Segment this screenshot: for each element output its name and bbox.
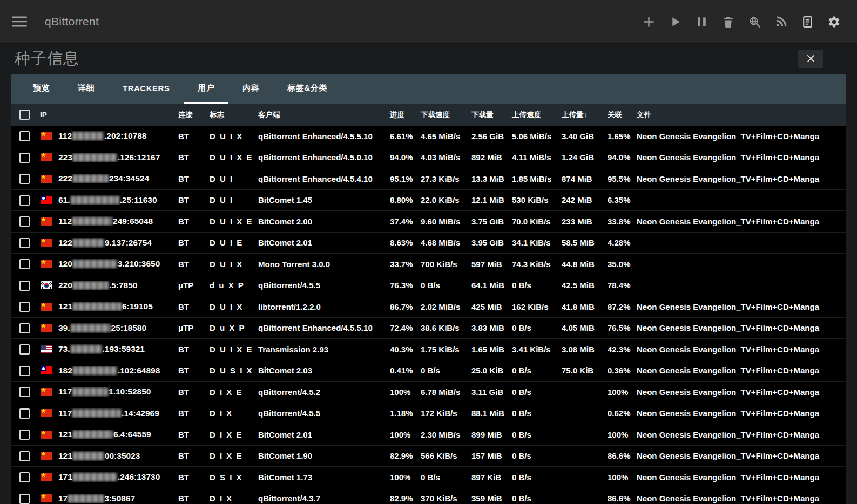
- column-header-connection[interactable]: 连接: [175, 110, 206, 120]
- row-checkbox[interactable]: [19, 153, 30, 163]
- delete-icon[interactable]: [721, 15, 735, 29]
- resume-icon[interactable]: [669, 15, 682, 29]
- row-checkbox[interactable]: [19, 472, 30, 482]
- client: BitComet 2.01: [255, 430, 387, 439]
- peer-flags: D S I X: [206, 473, 255, 482]
- client: BitComet 1.90: [255, 451, 387, 460]
- column-header-client[interactable]: 客户端: [255, 110, 387, 120]
- settings-icon[interactable]: [827, 15, 841, 29]
- checkbox-cell: [11, 195, 37, 206]
- row-checkbox[interactable]: [19, 195, 30, 206]
- log-icon[interactable]: [801, 15, 814, 29]
- column-header-progress[interactable]: 进度: [387, 110, 417, 120]
- row-checkbox[interactable]: [19, 344, 30, 355]
- tab-content[interactable]: 内容: [228, 74, 273, 104]
- progress: 95.1%: [387, 174, 417, 183]
- tab-preview[interactable]: 预览: [19, 74, 64, 104]
- progress: 94.0%: [387, 153, 417, 162]
- progress: 82.9%: [387, 494, 417, 503]
- tab-details[interactable]: 详细: [64, 74, 109, 104]
- country-flag-icon: [41, 366, 52, 374]
- up-speed: 70.0 KiB/s: [509, 217, 558, 226]
- row-checkbox[interactable]: [19, 430, 30, 440]
- close-button[interactable]: [798, 50, 823, 68]
- row-checkbox[interactable]: [19, 302, 30, 312]
- row-checkbox[interactable]: [19, 131, 30, 141]
- peer-flags: D I X E: [206, 430, 255, 439]
- downloaded: 892 MiB: [468, 153, 509, 162]
- row-checkbox[interactable]: [19, 174, 30, 184]
- column-header-flags[interactable]: 标志: [206, 110, 255, 120]
- column-header-ip[interactable]: IP: [37, 111, 175, 119]
- files: Neon Genesis Evangelion_TV+Film+CD+Manga: [633, 153, 846, 162]
- row-checkbox[interactable]: [19, 259, 30, 269]
- column-header-dl-speed[interactable]: 下载速度: [417, 110, 468, 120]
- country-flag-icon: ★: [41, 132, 52, 140]
- row-checkbox[interactable]: [19, 281, 30, 291]
- peer-row[interactable]: ★1171.10:52850BTD I X EqBittorrent/4.5.2…: [11, 382, 846, 403]
- peer-row[interactable]: ★222234:34524BTD U IqBittorrent Enhanced…: [11, 168, 846, 190]
- client: BitComet 2.03: [255, 366, 387, 375]
- relevance: 100%: [604, 430, 633, 439]
- column-header-uploaded[interactable]: 上传量↓: [558, 110, 604, 120]
- row-checkbox[interactable]: [19, 238, 30, 248]
- tab-peers[interactable]: 用户: [184, 74, 228, 104]
- peer-row[interactable]: ★117.14:42969BTD I XqBittorrent/4.5.51.1…: [11, 403, 846, 425]
- peer-row[interactable]: ★1216.4:64559BTD I X EBitComet 2.01100%2…: [11, 424, 846, 446]
- peer-row[interactable]: ★1216:19105BTD U I Xlibtorrent/1.2.2.086…: [11, 296, 846, 318]
- redacted-ip-segment: [73, 366, 117, 375]
- country-flag-icon: ★: [41, 324, 52, 332]
- files: Neon Genesis Evangelion_TV+Film+CD+Manga: [633, 430, 846, 439]
- row-checkbox[interactable]: [19, 387, 30, 397]
- client: qBittorrent/4.5.2: [255, 387, 387, 397]
- tab-trackers[interactable]: TRACKERS: [109, 74, 184, 104]
- peer-ip-cell: ★39.25:18580: [37, 323, 175, 333]
- peer-ip: 12100:35023: [58, 451, 140, 461]
- checkbox-cell: [11, 344, 37, 355]
- row-checkbox[interactable]: [19, 323, 30, 333]
- peer-row[interactable]: 61..25:11630BTD U IBitComet 1.458.80%22.…: [11, 190, 846, 212]
- peer-row[interactable]: 182.102:64898BTD U S I X EBitComet 2.030…: [11, 360, 846, 382]
- search-icon[interactable]: [748, 15, 761, 29]
- peer-row[interactable]: ★112.202:10788BTD U I XqBittorrent Enhan…: [11, 126, 846, 147]
- column-header-up-speed[interactable]: 上传速度: [509, 110, 558, 120]
- peer-row[interactable]: ★112249:65048BTD U I X EBitComet 2.0037.…: [11, 211, 846, 233]
- peer-row[interactable]: ★173:50867BTD I XqBittorrent/4.3.782.9%3…: [11, 488, 846, 504]
- client: qBittorrent Enhanced/4.5.4.10: [255, 174, 387, 183]
- peer-row[interactable]: ★223.126:12167BTD U I X EqBittorrent Enh…: [11, 147, 846, 169]
- pause-icon[interactable]: [695, 15, 708, 29]
- peer-row[interactable]: ★1229.137:26754BTD U I EBitComet 2.018.6…: [11, 233, 846, 254]
- progress: 100%: [387, 473, 417, 482]
- column-header-relevance[interactable]: 关联: [604, 110, 633, 120]
- row-checkbox[interactable]: [19, 408, 30, 419]
- peer-row[interactable]: 220.5:7850μTPd u X PqBittorrent/4.5.576.…: [11, 275, 846, 297]
- rss-icon[interactable]: [774, 15, 788, 29]
- column-header-files[interactable]: 文件: [633, 110, 846, 120]
- app-title: qBittorrent: [45, 15, 99, 28]
- column-header-downloaded[interactable]: 下载量: [468, 110, 509, 120]
- menu-icon[interactable]: [12, 16, 27, 28]
- downloaded: 3.11 GiB: [468, 387, 509, 397]
- downloaded: 3.95 GiB: [468, 238, 509, 247]
- row-checkbox[interactable]: [19, 366, 30, 376]
- tab-bar: 预览详细TRACKERS用户内容标签&分类: [11, 74, 846, 104]
- peer-row[interactable]: ★12100:35023BTD I X EBitComet 1.9082.9%5…: [11, 446, 846, 467]
- checkbox-cell: [11, 216, 37, 227]
- country-flag-icon: ★: [41, 217, 52, 226]
- peer-row[interactable]: ★1203.210:3650BTD U I XMono Torrent 3.0.…: [11, 254, 846, 275]
- client: qBittorrent Enhanced/4.5.5.10: [255, 132, 387, 141]
- row-checkbox[interactable]: [19, 216, 30, 227]
- peer-row[interactable]: 73..193:59321BTD U I X ETransmission 2.9…: [11, 339, 846, 360]
- progress: 100%: [387, 430, 417, 439]
- row-checkbox[interactable]: [19, 451, 30, 461]
- select-all-checkbox[interactable]: [19, 110, 30, 120]
- row-checkbox[interactable]: [19, 494, 30, 504]
- peer-row[interactable]: ★171.246:13730BTD S I XBitComet 1.73100%…: [11, 467, 846, 488]
- progress: 8.80%: [387, 195, 417, 205]
- peer-row[interactable]: ★39.25:18580μTPD u X PqBittorrent Enhanc…: [11, 318, 846, 339]
- add-icon[interactable]: [642, 15, 656, 29]
- progress: 1.18%: [387, 408, 417, 418]
- progress: 6.61%: [387, 132, 417, 141]
- tab-tags[interactable]: 标签&分类: [273, 74, 341, 104]
- peer-ip-cell: ★1203.210:3650: [37, 259, 175, 269]
